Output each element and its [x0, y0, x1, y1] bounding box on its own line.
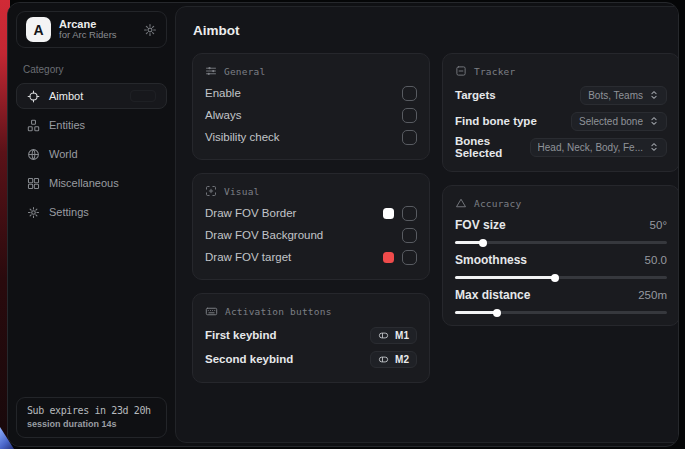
color-swatch-red[interactable] — [383, 252, 394, 263]
slider-value: 250m — [638, 289, 667, 301]
card-header-label: Tracker — [474, 66, 515, 77]
gear-icon[interactable] — [143, 23, 157, 37]
slider-label: Max distance — [455, 288, 530, 302]
mouse-icon — [378, 330, 389, 341]
slider-head: FOV size 50° — [455, 216, 667, 234]
smoothness-setting: Smoothness 50.0 — [455, 251, 667, 279]
setting-row-fov-border: Draw FOV Border — [205, 202, 417, 224]
slider-fill — [455, 311, 497, 314]
session-duration: session duration 14s — [27, 419, 156, 429]
keyboard-icon — [205, 305, 218, 318]
right-column: Tracker Targets Bots, Teams — [442, 53, 679, 326]
sidebar-item-aimbot[interactable]: Aimbot — [16, 83, 167, 109]
first-keybind-button[interactable]: M1 — [370, 327, 417, 344]
setting-row-targets: Targets Bots, Teams — [455, 82, 667, 108]
sidebar-item-label: Entities — [49, 119, 85, 131]
sidebar-item-label: Miscellaneous — [49, 177, 119, 189]
mouse-icon — [378, 354, 389, 365]
row-controls — [383, 206, 417, 221]
left-column: General Enable Always Visibility check — [192, 53, 430, 383]
accuracy-card-header: Accuracy — [455, 197, 667, 209]
visibility-check-checkbox[interactable] — [402, 130, 417, 145]
targets-dropdown[interactable]: Bots, Teams — [580, 86, 667, 105]
row-label: First keybind — [205, 329, 277, 341]
subscription-card: Sub expires in 23d 20h session duration … — [16, 397, 167, 438]
smoothness-slider[interactable] — [455, 276, 667, 279]
sidebar-item-label: Aimbot — [49, 90, 83, 102]
row-label: Second keybind — [205, 353, 293, 365]
tracker-card: Tracker Targets Bots, Teams — [442, 53, 679, 172]
sidebar-item-miscellaneous[interactable]: Miscellaneous — [16, 170, 167, 196]
enable-checkbox[interactable] — [402, 86, 417, 101]
setting-row-first-keybind: First keybind M1 — [205, 323, 417, 347]
sidebar: A Arcane for Arc Riders Category — [8, 3, 175, 446]
row-label: Enable — [205, 87, 241, 99]
slider-label: FOV size — [455, 218, 506, 232]
slider-value: 50° — [650, 219, 667, 231]
find-bone-type-dropdown[interactable]: Selected bone — [571, 112, 667, 131]
card-header-label: Accuracy — [474, 198, 521, 209]
fov-size-slider[interactable] — [455, 241, 667, 244]
brand-text: Arcane for Arc Riders — [59, 18, 117, 42]
row-label: Always — [205, 109, 241, 121]
card-header-label: Activation buttons — [225, 306, 332, 317]
always-checkbox[interactable] — [402, 108, 417, 123]
grid-icon — [27, 177, 40, 190]
card-header-label: General — [224, 66, 265, 77]
chevrons-up-down-icon — [649, 90, 659, 100]
subscription-expiry: Sub expires in 23d 20h — [27, 405, 156, 416]
setting-row-find-bone-type: Find bone type Selected bone — [455, 108, 667, 134]
fov-target-checkbox[interactable] — [402, 250, 417, 265]
crosshair-icon — [27, 90, 40, 103]
entities-icon — [27, 119, 40, 132]
visual-card-header: Visual — [205, 185, 417, 197]
max-distance-setting: Max distance 250m — [455, 286, 667, 314]
row-controls — [402, 228, 417, 243]
row-label: Draw FOV target — [205, 251, 291, 263]
sidebar-item-entities[interactable]: Entities — [16, 112, 167, 138]
row-label: Bones Selected — [455, 135, 530, 159]
app-subtitle: for Arc Riders — [59, 30, 117, 41]
brand-card: A Arcane for Arc Riders — [16, 11, 167, 48]
dropdown-value: Head, Neck, Body, Fe... — [538, 142, 643, 153]
row-controls — [383, 250, 417, 265]
second-keybind-button[interactable]: M2 — [370, 351, 417, 368]
setting-row-always: Always — [205, 104, 417, 126]
desktop-background: A Arcane for Arc Riders Category — [0, 0, 685, 449]
bones-selected-dropdown[interactable]: Head, Neck, Body, Fe... — [530, 138, 667, 157]
slider-fill — [455, 241, 483, 244]
globe-icon — [27, 148, 40, 161]
setting-row-bones-selected: Bones Selected Head, Neck, Body, Fe... — [455, 134, 667, 160]
sliders-icon — [205, 65, 217, 77]
fov-background-checkbox[interactable] — [402, 228, 417, 243]
chevrons-up-down-icon — [649, 142, 659, 152]
page-title: Aimbot — [193, 23, 679, 38]
dropdown-value: Selected bone — [579, 116, 643, 127]
fov-border-checkbox[interactable] — [402, 206, 417, 221]
row-label: Draw FOV Border — [205, 207, 296, 219]
max-distance-slider[interactable] — [455, 311, 667, 314]
app-logo: A — [26, 17, 51, 42]
color-swatch-white[interactable] — [383, 208, 394, 219]
sidebar-item-settings[interactable]: Settings — [16, 199, 167, 225]
row-label: Draw FOV Background — [205, 229, 323, 241]
slider-head: Smoothness 50.0 — [455, 251, 667, 269]
setting-row-fov-background: Draw FOV Background — [205, 224, 417, 246]
scan-plus-icon — [205, 185, 217, 197]
activation-card-header: Activation buttons — [205, 305, 417, 318]
setting-row-enable: Enable — [205, 82, 417, 104]
main-panel: Aimbot — [175, 6, 679, 443]
triangle-icon — [455, 197, 467, 209]
category-label: Category — [23, 64, 160, 75]
content-columns: General Enable Always Visibility check — [192, 53, 679, 383]
slider-value: 50.0 — [645, 254, 667, 266]
gear-icon — [27, 206, 40, 219]
sidebar-item-label: World — [49, 148, 78, 160]
keybind-value: M1 — [395, 330, 409, 341]
row-label: Targets — [455, 89, 496, 101]
dropdown-value: Bots, Teams — [588, 90, 643, 101]
slider-fill — [455, 276, 555, 279]
setting-row-second-keybind: Second keybind M2 — [205, 347, 417, 371]
keybind-value: M2 — [395, 354, 409, 365]
sidebar-item-world[interactable]: World — [16, 141, 167, 167]
